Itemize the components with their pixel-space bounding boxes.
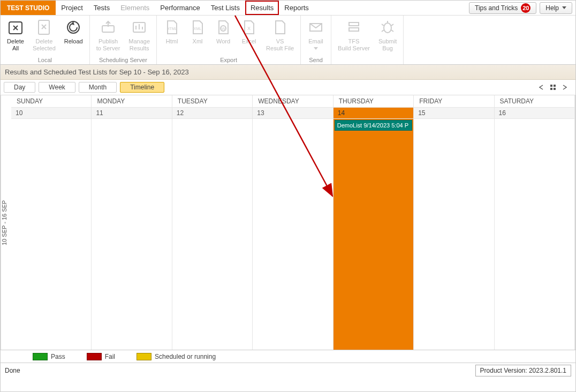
legend-fail: Fail [87,353,115,360]
day-header: FRIDAY [414,95,494,108]
html-icon: HTML [163,19,180,36]
menu-elements[interactable]: Elements [115,1,155,15]
date-cell[interactable]: 11 [92,108,172,119]
email-label: Email [308,38,323,45]
calendar-cell[interactable] [253,119,333,350]
html-label: Html [166,38,178,45]
ribbon-group-export: HTML Html XML Xml W Word X Excel [157,16,301,64]
xml-icon: XML [189,19,206,36]
svg-text:XML: XML [194,27,202,31]
svg-rect-16 [550,88,552,90]
view-timeline[interactable]: Timeline [120,82,164,93]
legend: Pass Fail Scheduled or running [1,350,575,363]
ribbon-group-send: Email Send [301,16,331,64]
email-icon [307,19,324,36]
export-html-button[interactable]: HTML Html [159,18,185,56]
export-xml-button[interactable]: XML Xml [185,18,210,56]
publish-button[interactable]: Publish to Server [92,18,125,56]
menu-items: Project Tests Elements Performance Test … [56,1,314,15]
pass-swatch [33,353,48,360]
menu-performance[interactable]: Performance [155,1,205,15]
submit-bug-button[interactable]: Submit Bug [374,18,401,56]
day-header: SATURDAY [495,95,575,108]
help-label: Help [545,4,559,12]
date-range-label: 10 SEP - 16 SEP [1,95,11,350]
publish-label: Publish to Server [96,38,120,52]
calendar-cell[interactable] [92,119,172,350]
manage-results-button[interactable]: Manage Results [124,18,154,56]
calendar: SUNDAY MONDAY TUESDAY WEDNESDAY THURSDAY… [11,95,575,350]
vs-result-label: VS Result File [266,38,294,52]
calendar-cell-current[interactable]: DemoList 9/14/2023 5:04 P [334,119,414,350]
calendar-cell[interactable] [414,119,494,350]
tips-and-tricks-button[interactable]: Tips and Tricks 20 [469,2,536,14]
tips-label: Tips and Tricks [475,4,518,12]
delete-selected-label: Delete Selected [33,38,56,52]
result-event[interactable]: DemoList 9/14/2023 5:04 P [335,120,412,131]
menubar: TEST STUDIO Project Tests Elements Perfo… [1,1,575,16]
excel-icon: X [240,19,257,36]
view-day[interactable]: Day [4,82,35,93]
svg-rect-17 [554,88,556,90]
view-week[interactable]: Week [39,82,75,93]
xml-label: Xml [193,38,203,45]
menu-results[interactable]: Results [245,1,279,15]
svg-text:W: W [221,26,225,31]
delete-selected-button[interactable]: Delete Selected [28,18,60,56]
tfs-button[interactable]: TFS Build Server [334,18,374,56]
prev-icon[interactable] [538,84,544,91]
chevron-down-icon [562,6,566,9]
svg-point-13 [384,23,391,33]
grid-icon[interactable] [550,84,556,91]
svg-text:HTML: HTML [167,27,177,31]
menu-test-lists[interactable]: Test Lists [206,1,245,15]
svg-rect-15 [554,85,556,87]
day-header: WEDNESDAY [253,95,333,108]
menu-reports[interactable]: Reports [279,1,314,15]
legend-pass: Pass [33,353,65,360]
menu-project[interactable]: Project [56,1,88,15]
date-cell-current[interactable]: 14 [334,108,414,119]
product-version: Product Version: 2023.2.801.1 [475,365,571,376]
send-caption: Send [303,56,329,63]
publish-icon [100,19,117,36]
export-vs-button[interactable]: VS Result File [262,18,298,56]
date-cell[interactable]: 16 [495,108,575,119]
local-caption: Local [3,56,87,63]
date-cell[interactable]: 10 [11,108,92,119]
word-label: Word [216,38,230,45]
menubar-right: Tips and Tricks 20 Help [469,1,575,15]
calendar-body: DemoList 9/14/2023 5:04 P [11,119,575,350]
menu-tests[interactable]: Tests [88,1,115,15]
next-icon[interactable] [562,84,568,91]
bug-icon [379,19,396,36]
tips-count-badge: 20 [521,3,530,13]
view-toggle-bar: Day Week Month Timeline [1,80,575,95]
export-word-button[interactable]: W Word [210,18,236,56]
view-month[interactable]: Month [79,82,117,93]
vs-result-icon [271,19,289,36]
email-button[interactable]: Email [303,18,329,56]
scheduled-swatch [137,353,151,360]
export-excel-button[interactable]: X Excel [236,18,262,56]
fail-swatch [87,353,102,360]
reload-button[interactable]: Reload [60,18,87,56]
chevron-down-icon [314,47,318,50]
status-text: Done [5,367,20,374]
date-cell[interactable]: 15 [414,108,494,119]
day-header: THURSDAY [334,95,414,108]
calendar-cell[interactable] [495,119,575,350]
reload-label: Reload [64,38,83,45]
calendar-cell[interactable] [172,119,253,350]
calendar-cell[interactable] [11,119,92,350]
help-button[interactable]: Help [540,2,572,14]
date-cell[interactable]: 12 [172,108,253,119]
svg-rect-14 [550,85,552,87]
fail-label: Fail [105,353,115,360]
date-cell[interactable]: 13 [253,108,333,119]
tfs-icon [345,19,362,36]
submit-bug-label: Submit Bug [378,38,397,52]
calendar-day-headers: SUNDAY MONDAY TUESDAY WEDNESDAY THURSDAY… [11,95,575,108]
ribbon-group-scheduling: Publish to Server Manage Results Schedul… [90,16,157,64]
delete-all-button[interactable]: Delete All [3,18,28,56]
